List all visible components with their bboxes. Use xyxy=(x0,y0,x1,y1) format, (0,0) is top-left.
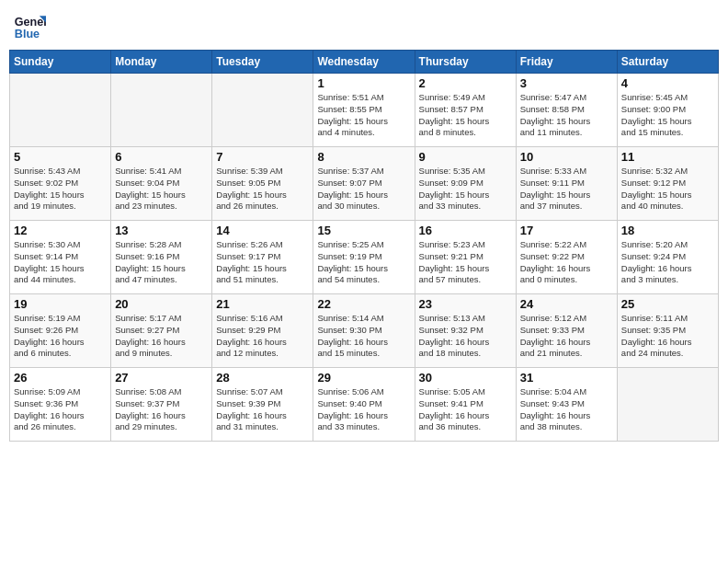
day-number: 20 xyxy=(115,297,208,311)
calendar-cell: 6Sunrise: 5:41 AM Sunset: 9:04 PM Daylig… xyxy=(111,147,212,221)
day-header-thursday: Thursday xyxy=(415,51,516,74)
calendar-table: SundayMondayTuesdayWednesdayThursdayFrid… xyxy=(9,50,719,442)
day-info: Sunrise: 5:30 AM Sunset: 9:14 PM Dayligh… xyxy=(14,239,107,286)
calendar-cell: 20Sunrise: 5:17 AM Sunset: 9:27 PM Dayli… xyxy=(111,294,212,368)
calendar-cell: 23Sunrise: 5:13 AM Sunset: 9:32 PM Dayli… xyxy=(415,294,516,368)
day-number: 4 xyxy=(621,76,714,90)
calendar-cell: 9Sunrise: 5:35 AM Sunset: 9:09 PM Daylig… xyxy=(415,147,516,221)
logo-icon: General Blue xyxy=(13,9,46,42)
day-number: 8 xyxy=(317,150,410,164)
day-number: 19 xyxy=(14,297,107,311)
day-number: 14 xyxy=(216,224,309,237)
day-number: 16 xyxy=(419,224,512,237)
calendar-body: 1Sunrise: 5:51 AM Sunset: 8:55 PM Daylig… xyxy=(10,74,719,442)
day-info: Sunrise: 5:06 AM Sunset: 9:40 PM Dayligh… xyxy=(317,386,410,433)
day-number: 10 xyxy=(520,150,613,164)
calendar-cell: 14Sunrise: 5:26 AM Sunset: 9:17 PM Dayli… xyxy=(212,221,313,294)
day-info: Sunrise: 5:04 AM Sunset: 9:43 PM Dayligh… xyxy=(520,386,613,433)
calendar-cell: 4Sunrise: 5:45 AM Sunset: 9:00 PM Daylig… xyxy=(617,74,718,147)
calendar-cell: 11Sunrise: 5:32 AM Sunset: 9:12 PM Dayli… xyxy=(617,147,718,221)
svg-text:Blue: Blue xyxy=(15,28,40,40)
calendar-cell: 7Sunrise: 5:39 AM Sunset: 9:05 PM Daylig… xyxy=(212,147,313,221)
day-header-monday: Monday xyxy=(111,51,212,74)
day-info: Sunrise: 5:28 AM Sunset: 9:16 PM Dayligh… xyxy=(115,239,208,286)
calendar-cell: 5Sunrise: 5:43 AM Sunset: 9:02 PM Daylig… xyxy=(10,147,111,221)
calendar-cell: 22Sunrise: 5:14 AM Sunset: 9:30 PM Dayli… xyxy=(313,294,415,368)
day-number: 22 xyxy=(317,297,410,311)
calendar-cell: 2Sunrise: 5:49 AM Sunset: 8:57 PM Daylig… xyxy=(415,74,516,147)
day-info: Sunrise: 5:32 AM Sunset: 9:12 PM Dayligh… xyxy=(621,166,714,213)
day-info: Sunrise: 5:39 AM Sunset: 9:05 PM Dayligh… xyxy=(216,166,309,213)
day-number: 2 xyxy=(419,76,512,90)
calendar-cell: 25Sunrise: 5:11 AM Sunset: 9:35 PM Dayli… xyxy=(617,294,718,368)
week-row-3: 12Sunrise: 5:30 AM Sunset: 9:14 PM Dayli… xyxy=(10,221,719,294)
day-info: Sunrise: 5:43 AM Sunset: 9:02 PM Dayligh… xyxy=(14,166,107,213)
day-info: Sunrise: 5:22 AM Sunset: 9:22 PM Dayligh… xyxy=(520,239,613,286)
day-header-sunday: Sunday xyxy=(10,51,111,74)
day-info: Sunrise: 5:09 AM Sunset: 9:36 PM Dayligh… xyxy=(14,386,107,433)
day-number: 21 xyxy=(216,297,309,311)
day-number: 27 xyxy=(115,371,208,385)
calendar-cell: 1Sunrise: 5:51 AM Sunset: 8:55 PM Daylig… xyxy=(313,74,415,147)
calendar-cell: 27Sunrise: 5:08 AM Sunset: 9:37 PM Dayli… xyxy=(111,368,212,442)
day-info: Sunrise: 5:13 AM Sunset: 9:32 PM Dayligh… xyxy=(419,313,512,360)
day-info: Sunrise: 5:12 AM Sunset: 9:33 PM Dayligh… xyxy=(520,313,613,360)
calendar-cell: 16Sunrise: 5:23 AM Sunset: 9:21 PM Dayli… xyxy=(415,221,516,294)
day-info: Sunrise: 5:08 AM Sunset: 9:37 PM Dayligh… xyxy=(115,386,208,433)
calendar-cell: 3Sunrise: 5:47 AM Sunset: 8:58 PM Daylig… xyxy=(516,74,617,147)
day-number: 17 xyxy=(520,224,613,237)
day-info: Sunrise: 5:25 AM Sunset: 9:19 PM Dayligh… xyxy=(317,239,410,286)
day-number: 6 xyxy=(115,150,208,164)
day-number: 7 xyxy=(216,150,309,164)
day-number: 18 xyxy=(621,224,714,237)
week-row-2: 5Sunrise: 5:43 AM Sunset: 9:02 PM Daylig… xyxy=(10,147,719,221)
day-info: Sunrise: 5:16 AM Sunset: 9:29 PM Dayligh… xyxy=(216,313,309,360)
day-info: Sunrise: 5:49 AM Sunset: 8:57 PM Dayligh… xyxy=(419,92,512,139)
day-number: 25 xyxy=(621,297,714,311)
week-row-1: 1Sunrise: 5:51 AM Sunset: 8:55 PM Daylig… xyxy=(10,74,719,147)
calendar-header-row: SundayMondayTuesdayWednesdayThursdayFrid… xyxy=(10,51,719,74)
day-number: 11 xyxy=(621,150,714,164)
day-number: 12 xyxy=(14,224,107,237)
day-info: Sunrise: 5:11 AM Sunset: 9:35 PM Dayligh… xyxy=(621,313,714,360)
calendar-cell: 12Sunrise: 5:30 AM Sunset: 9:14 PM Dayli… xyxy=(10,221,111,294)
day-number: 26 xyxy=(14,371,107,385)
calendar-cell: 8Sunrise: 5:37 AM Sunset: 9:07 PM Daylig… xyxy=(313,147,415,221)
calendar-cell: 15Sunrise: 5:25 AM Sunset: 9:19 PM Dayli… xyxy=(313,221,415,294)
day-number: 28 xyxy=(216,371,309,385)
day-header-wednesday: Wednesday xyxy=(313,51,415,74)
week-row-5: 26Sunrise: 5:09 AM Sunset: 9:36 PM Dayli… xyxy=(10,368,719,442)
day-number: 29 xyxy=(317,371,410,385)
calendar-cell: 13Sunrise: 5:28 AM Sunset: 9:16 PM Dayli… xyxy=(111,221,212,294)
day-header-saturday: Saturday xyxy=(617,51,718,74)
day-number: 15 xyxy=(317,224,410,237)
day-header-tuesday: Tuesday xyxy=(212,51,313,74)
day-info: Sunrise: 5:47 AM Sunset: 8:58 PM Dayligh… xyxy=(520,92,613,139)
day-info: Sunrise: 5:17 AM Sunset: 9:27 PM Dayligh… xyxy=(115,313,208,360)
calendar-cell xyxy=(111,74,212,147)
calendar-cell: 30Sunrise: 5:05 AM Sunset: 9:41 PM Dayli… xyxy=(415,368,516,442)
day-number: 13 xyxy=(115,224,208,237)
day-number: 23 xyxy=(419,297,512,311)
calendar-cell: 29Sunrise: 5:06 AM Sunset: 9:40 PM Dayli… xyxy=(313,368,415,442)
week-row-4: 19Sunrise: 5:19 AM Sunset: 9:26 PM Dayli… xyxy=(10,294,719,368)
calendar-cell: 21Sunrise: 5:16 AM Sunset: 9:29 PM Dayli… xyxy=(212,294,313,368)
calendar-cell xyxy=(10,74,111,147)
day-number: 31 xyxy=(520,371,613,385)
day-info: Sunrise: 5:23 AM Sunset: 9:21 PM Dayligh… xyxy=(419,239,512,286)
day-info: Sunrise: 5:37 AM Sunset: 9:07 PM Dayligh… xyxy=(317,166,410,213)
calendar-cell: 24Sunrise: 5:12 AM Sunset: 9:33 PM Dayli… xyxy=(516,294,617,368)
day-info: Sunrise: 5:05 AM Sunset: 9:41 PM Dayligh… xyxy=(419,386,512,433)
day-info: Sunrise: 5:45 AM Sunset: 9:00 PM Dayligh… xyxy=(621,92,714,139)
day-number: 1 xyxy=(317,76,410,90)
day-info: Sunrise: 5:20 AM Sunset: 9:24 PM Dayligh… xyxy=(621,239,714,286)
day-info: Sunrise: 5:33 AM Sunset: 9:11 PM Dayligh… xyxy=(520,166,613,213)
day-info: Sunrise: 5:41 AM Sunset: 9:04 PM Dayligh… xyxy=(115,166,208,213)
calendar-cell xyxy=(617,368,718,442)
day-number: 3 xyxy=(520,76,613,90)
day-info: Sunrise: 5:51 AM Sunset: 8:55 PM Dayligh… xyxy=(317,92,410,139)
day-number: 24 xyxy=(520,297,613,311)
day-number: 9 xyxy=(419,150,512,164)
calendar-cell xyxy=(212,74,313,147)
calendar-cell: 10Sunrise: 5:33 AM Sunset: 9:11 PM Dayli… xyxy=(516,147,617,221)
